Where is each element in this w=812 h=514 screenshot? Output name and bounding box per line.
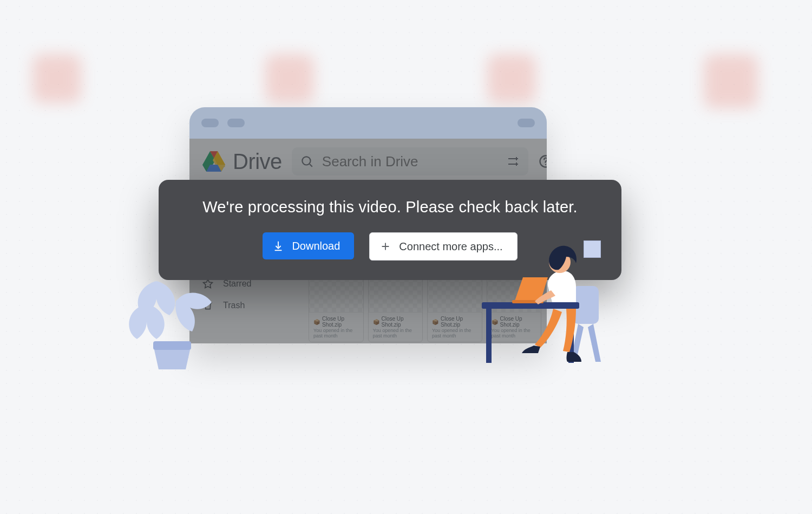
- svg-rect-16: [153, 341, 191, 350]
- svg-rect-20: [568, 309, 574, 363]
- window-control[interactable]: [227, 119, 245, 127]
- bg-blob: [265, 54, 314, 103]
- window-control[interactable]: [518, 119, 535, 127]
- download-button[interactable]: Download: [263, 232, 354, 259]
- bg-blob: [32, 54, 81, 103]
- bg-blob: [704, 54, 758, 108]
- plus-icon: [379, 240, 391, 252]
- scene: Drive: [0, 0, 812, 514]
- processing-dialog: We're processing this video. Please chec…: [159, 180, 621, 280]
- download-icon: [272, 240, 284, 252]
- download-label: Download: [292, 240, 340, 252]
- browser-titlebar: [189, 107, 547, 139]
- bg-blob: [487, 54, 536, 103]
- dialog-message: We're processing this video. Please chec…: [180, 198, 600, 216]
- connect-label: Connect more apps...: [399, 240, 502, 253]
- decorative-square: [584, 240, 601, 258]
- connect-apps-button[interactable]: Connect more apps...: [369, 232, 517, 261]
- svg-rect-17: [573, 286, 599, 324]
- window-control[interactable]: [201, 119, 219, 127]
